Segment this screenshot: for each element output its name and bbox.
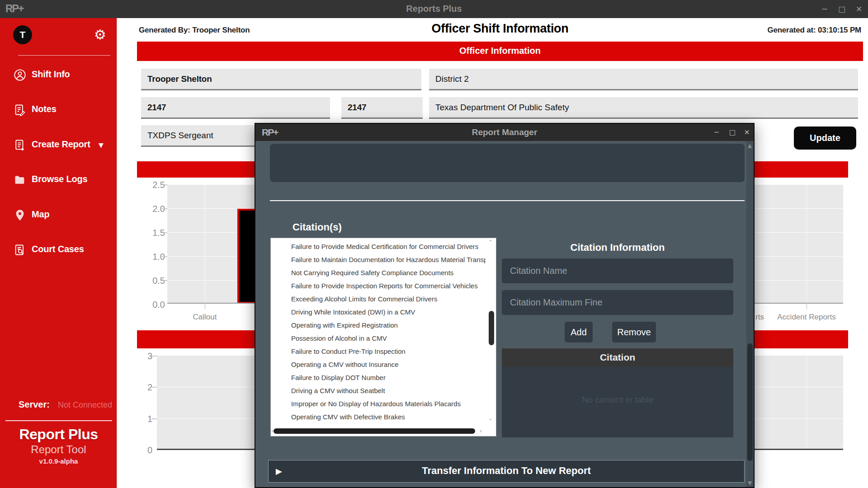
close-button[interactable]: ✕ [852,2,866,16]
chart2-ytick: 0 [139,445,152,455]
badge-number-field[interactable]: 2147 [141,97,330,119]
report-manager-dialog: RP+ Report Manager ─ □ ✕ Citation(s) Fai… [255,123,755,488]
chevron-down-icon[interactable]: ▼ [99,141,104,149]
citation-name-input[interactable] [502,258,733,283]
chart1-ytick: 1.0 [140,252,165,262]
chart1-xlabel-accident-reports: Accident Reports [761,313,852,322]
play-icon: ▶ [276,466,282,476]
generated-at-text: Generated at: 03:10:15 PM [680,26,861,35]
sidebar-divider [18,55,110,56]
add-button[interactable]: Add [565,322,593,343]
sidebar-divider [5,420,112,421]
notes-icon [14,103,26,116]
server-status: Not Connected [58,400,112,410]
sidebar-item-label: Notes [32,104,57,114]
folder-icon [14,174,26,186]
maximize-button[interactable]: □ [835,2,849,16]
scroll-down-icon[interactable]: ▼ [748,480,752,486]
dialog-minimize-button[interactable]: ─ [710,126,723,139]
citation-list-item[interactable]: Failure to Provide Medical Certification… [291,240,486,253]
sidebar-item-shift-info[interactable]: Shift Info [0,68,117,83]
dialog-maximize-button[interactable]: □ [726,126,739,139]
update-button[interactable]: Update [794,127,856,150]
transfer-information-button[interactable]: ▶ Transfer Information To New Report [268,460,745,483]
sidebar-item-notes[interactable]: Notes [0,103,117,118]
citation-list-vertical-scrollbar[interactable]: ˄ ˅ [488,239,495,436]
citation-list-item[interactable]: Failure to Conduct Pre-Trip Inspection [291,345,486,358]
citation-listbox[interactable]: Failure to Provide Medical Certification… [270,238,496,436]
citation-table-empty-text: No content in table [502,395,733,405]
citation-list-item[interactable]: Failure to Maintain Documentation for Ha… [291,253,486,266]
citation-information-heading: Citation Information [502,242,733,253]
sidebar-item-label: Shift Info [32,69,70,80]
sidebar-item-label: Court Cases [32,244,84,254]
dialog-close-button[interactable]: ✕ [740,126,754,139]
citation-max-fine-input[interactable] [502,290,733,315]
scroll-up-icon[interactable]: ˄ [489,239,492,246]
citation-list-item[interactable]: Driving a CMV without Seatbelt [291,384,486,397]
unit-number-field[interactable]: 2147 [341,97,423,119]
chart1-ytick: 2.5 [140,180,165,190]
report-notes-textarea[interactable] [270,144,745,182]
horizontal-scroll-thumb[interactable] [274,428,475,434]
citation-list-item[interactable]: Failure to Provide Inspection Reports fo… [291,279,486,292]
court-cases-icon [14,244,26,256]
chart2-ytick: 2 [139,382,152,393]
citation-list-item[interactable]: Not Carrying Required Safety Compliance … [291,266,486,279]
brand-subtitle: Report Tool [0,443,117,456]
settings-gear-icon[interactable]: ⚙ [94,28,106,42]
officer-information-banner-label: Officer Information [137,46,863,56]
sidebar: T ⚙ Shift Info Notes [0,18,117,488]
app-window: RP+ Reports Plus ─ □ ✕ T ⚙ Shift Info No… [0,0,868,488]
chart1-ytick: 0.0 [140,300,165,310]
chart1-ytick: 2.0 [140,204,165,214]
window-titlebar: RP+ Reports Plus ─ □ ✕ [0,0,868,18]
citation-list-item[interactable]: Possession of Alcohol in a CMV [291,332,486,345]
server-label: Server: [19,399,50,410]
scroll-down-icon[interactable]: ˅ [489,418,492,425]
citation-list-item[interactable]: Failure to Display DOT Number [291,371,486,384]
scroll-right-icon[interactable]: › [480,428,482,434]
officer-information-banner: Officer Information [137,42,863,61]
chart1-xlabel-callout: Callout [160,313,250,322]
sidebar-item-browse-logs[interactable]: Browse Logs [0,173,117,188]
citation-list-item[interactable]: Driving While Intoxicated (DWI) in a CMV [291,305,486,319]
vertical-scroll-thumb[interactable] [747,343,753,461]
chart1-ytick: 0.5 [140,276,165,286]
citation-list-item[interactable]: Operating with Expired Registration [291,319,486,332]
citation-list-item[interactable]: Operating a CMV without Insurance [291,358,486,371]
scroll-up-icon[interactable]: ▲ [748,142,752,149]
brand-title: Report Plus [0,426,117,443]
sidebar-item-create-report[interactable]: Create Report ▼ [0,138,117,153]
dialog-vertical-scrollbar[interactable]: ▲ ▼ [746,141,754,487]
remove-button[interactable]: Remove [612,322,656,343]
dialog-titlebar: RP+ Report Manager ─ □ ✕ [255,124,754,141]
sidebar-item-label: Map [32,209,49,220]
sidebar-item-label: Create Report [32,139,90,150]
department-field[interactable]: Texas Department Of Public Safety [429,97,858,119]
district-field[interactable]: District 2 [429,69,858,90]
chart1-ytick: 1.5 [140,228,165,238]
sidebar-item-court-cases[interactable]: Court Cases [0,243,117,258]
officer-name-field[interactable]: Trooper Shelton [141,69,421,90]
map-pin-icon [14,209,26,221]
chart2-ytick: 1 [139,414,152,424]
chart2-ytick: 3 [139,351,152,361]
sidebar-item-label: Browse Logs [32,174,87,184]
citations-heading: Citation(s) [292,221,342,233]
citation-list-item[interactable]: Operating CMV with Defective Brakes [291,410,486,423]
minimize-button[interactable]: ─ [817,2,832,16]
create-report-icon [14,139,26,151]
vertical-scroll-thumb[interactable] [489,311,494,345]
sidebar-item-map[interactable]: Map [0,208,117,223]
window-title: Reports Plus [0,4,868,14]
citation-list-item[interactable]: Improper or No Display of Hazardous Mate… [291,397,486,410]
citation-list-item[interactable]: Exceeding Alcohol Limits for Commercial … [291,292,486,305]
app-version: v1.0.9-alpha [0,457,117,465]
dialog-title: Report Manager [255,127,754,137]
transfer-information-label: Transfer Information To New Report [269,465,744,477]
person-icon [14,69,26,81]
citation-table-header: Citation [502,348,733,366]
dialog-separator [270,200,745,201]
avatar[interactable]: T [13,25,32,44]
